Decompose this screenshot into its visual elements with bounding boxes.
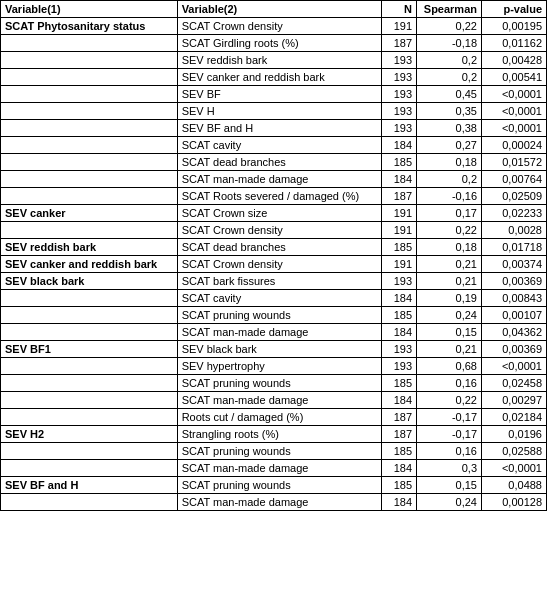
cell-variable1: SEV canker and reddish bark — [1, 256, 178, 273]
cell-spearman: 0,22 — [417, 18, 482, 35]
table-row: SCAT Girdling roots (%)187-0,180,01162 — [1, 35, 547, 52]
cell-variable2: SCAT Crown density — [177, 18, 381, 35]
cell-spearman: 0,16 — [417, 443, 482, 460]
cell-n: 185 — [382, 154, 417, 171]
cell-spearman: 0,15 — [417, 477, 482, 494]
cell-n: 185 — [382, 307, 417, 324]
cell-n: 184 — [382, 137, 417, 154]
cell-variable1 — [1, 324, 178, 341]
cell-n: 184 — [382, 324, 417, 341]
cell-pvalue: <0,0001 — [482, 120, 547, 137]
cell-spearman: 0,2 — [417, 52, 482, 69]
cell-pvalue: 0,00369 — [482, 341, 547, 358]
cell-variable2: SCAT pruning wounds — [177, 443, 381, 460]
cell-n: 187 — [382, 426, 417, 443]
cell-n: 185 — [382, 477, 417, 494]
cell-spearman: 0,22 — [417, 222, 482, 239]
cell-variable2: SCAT Girdling roots (%) — [177, 35, 381, 52]
cell-variable2: SCAT dead branches — [177, 154, 381, 171]
cell-spearman: 0,24 — [417, 307, 482, 324]
cell-spearman: 0,68 — [417, 358, 482, 375]
cell-pvalue: 0,00428 — [482, 52, 547, 69]
table-row: SEV BF and H1930,38<0,0001 — [1, 120, 547, 137]
header-variable1: Variable(1) — [1, 1, 178, 18]
cell-variable1 — [1, 137, 178, 154]
cell-spearman: 0,2 — [417, 171, 482, 188]
cell-pvalue: 0,02509 — [482, 188, 547, 205]
cell-pvalue: 0,0028 — [482, 222, 547, 239]
cell-spearman: 0,3 — [417, 460, 482, 477]
cell-n: 193 — [382, 120, 417, 137]
cell-pvalue: 0,02184 — [482, 409, 547, 426]
cell-variable1: SEV reddish bark — [1, 239, 178, 256]
cell-variable1: SEV BF1 — [1, 341, 178, 358]
table-row: SEV H1930,35<0,0001 — [1, 103, 547, 120]
cell-variable1: SCAT Phytosanitary status — [1, 18, 178, 35]
cell-variable2: SCAT man-made damage — [177, 324, 381, 341]
table-row: SCAT man-made damage1840,240,00128 — [1, 494, 547, 511]
table-row: SEV BF1930,45<0,0001 — [1, 86, 547, 103]
cell-spearman: 0,27 — [417, 137, 482, 154]
header-n: N — [382, 1, 417, 18]
cell-variable2: SEV canker and reddish bark — [177, 69, 381, 86]
cell-spearman: 0,21 — [417, 273, 482, 290]
cell-variable2: SCAT bark fissures — [177, 273, 381, 290]
cell-variable1: SEV canker — [1, 205, 178, 222]
cell-n: 193 — [382, 273, 417, 290]
table-row: Roots cut / damaged (%)187-0,170,02184 — [1, 409, 547, 426]
cell-n: 187 — [382, 188, 417, 205]
cell-variable1 — [1, 494, 178, 511]
cell-spearman: 0,45 — [417, 86, 482, 103]
cell-pvalue: 0,00195 — [482, 18, 547, 35]
cell-variable1: SEV black bark — [1, 273, 178, 290]
cell-spearman: 0,21 — [417, 341, 482, 358]
cell-variable2: SCAT cavity — [177, 137, 381, 154]
cell-spearman: -0,17 — [417, 426, 482, 443]
cell-spearman: -0,16 — [417, 188, 482, 205]
cell-variable2: Roots cut / damaged (%) — [177, 409, 381, 426]
cell-pvalue: 0,04362 — [482, 324, 547, 341]
cell-pvalue: 0,00128 — [482, 494, 547, 511]
cell-pvalue: 0,01572 — [482, 154, 547, 171]
cell-variable2: SCAT Crown density — [177, 256, 381, 273]
cell-variable2: SCAT Crown density — [177, 222, 381, 239]
cell-variable1 — [1, 52, 178, 69]
cell-variable2: SCAT man-made damage — [177, 392, 381, 409]
cell-n: 191 — [382, 256, 417, 273]
cell-pvalue: 0,00369 — [482, 273, 547, 290]
cell-spearman: 0,18 — [417, 239, 482, 256]
table-row: SCAT cavity1840,190,00843 — [1, 290, 547, 307]
cell-n: 184 — [382, 392, 417, 409]
cell-variable2: SCAT pruning wounds — [177, 307, 381, 324]
cell-pvalue: 0,00541 — [482, 69, 547, 86]
cell-n: 185 — [382, 443, 417, 460]
table-row: SEV BF and HSCAT pruning wounds1850,150,… — [1, 477, 547, 494]
table-row: SEV H2Strangling roots (%)187-0,170,0196 — [1, 426, 547, 443]
cell-variable1 — [1, 443, 178, 460]
table-row: SEV canker and reddish barkSCAT Crown de… — [1, 256, 547, 273]
cell-variable1 — [1, 307, 178, 324]
cell-pvalue: 0,0488 — [482, 477, 547, 494]
cell-variable2: SEV BF — [177, 86, 381, 103]
cell-spearman: 0,35 — [417, 103, 482, 120]
cell-n: 193 — [382, 103, 417, 120]
cell-pvalue: 0,00843 — [482, 290, 547, 307]
cell-variable1 — [1, 358, 178, 375]
cell-spearman: 0,2 — [417, 69, 482, 86]
table-row: SEV hypertrophy1930,68<0,0001 — [1, 358, 547, 375]
table-row: SCAT man-made damage1840,150,04362 — [1, 324, 547, 341]
cell-spearman: -0,18 — [417, 35, 482, 52]
cell-spearman: 0,24 — [417, 494, 482, 511]
cell-pvalue: <0,0001 — [482, 460, 547, 477]
cell-n: 184 — [382, 171, 417, 188]
cell-variable2: SEV BF and H — [177, 120, 381, 137]
cell-pvalue: 0,02233 — [482, 205, 547, 222]
cell-n: 193 — [382, 341, 417, 358]
table-row: SEV black barkSCAT bark fissures1930,210… — [1, 273, 547, 290]
cell-pvalue: 0,00107 — [482, 307, 547, 324]
cell-variable1 — [1, 86, 178, 103]
cell-variable2: SEV hypertrophy — [177, 358, 381, 375]
cell-pvalue: 0,0196 — [482, 426, 547, 443]
table-row: SCAT Crown density1910,220,0028 — [1, 222, 547, 239]
cell-spearman: 0,21 — [417, 256, 482, 273]
